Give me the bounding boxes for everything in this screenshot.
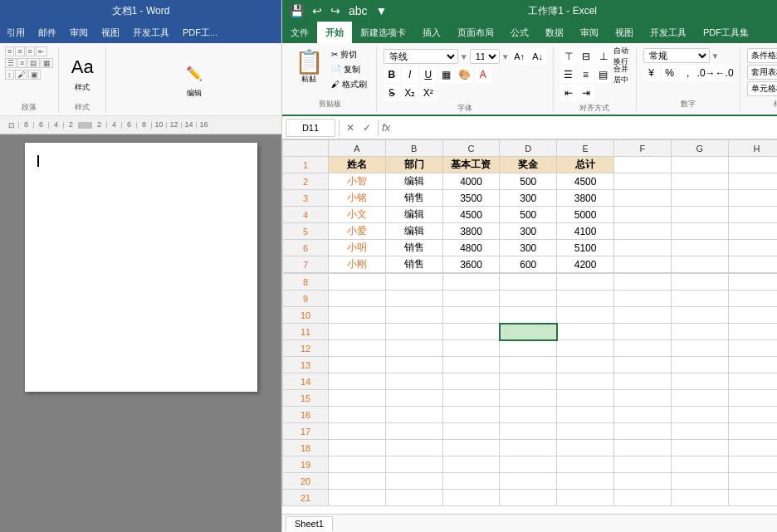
cell-F8[interactable]: [613, 274, 671, 290]
cell-H15[interactable]: [728, 390, 777, 407]
cell-b1[interactable]: 部门: [385, 157, 442, 173]
cell-e3[interactable]: 3800: [557, 190, 614, 207]
cell-c4[interactable]: 4500: [442, 207, 500, 223]
row-header-13[interactable]: 13: [283, 357, 329, 373]
excel-tab-view[interactable]: 视图: [607, 22, 642, 43]
cell-H9[interactable]: [728, 290, 777, 307]
cell-e2[interactable]: 4500: [557, 173, 614, 190]
cell-f2[interactable]: [613, 173, 671, 190]
row-header-6[interactable]: 6: [283, 240, 329, 256]
row-header-18[interactable]: 18: [283, 440, 329, 456]
word-list-btn2[interactable]: ≡: [15, 46, 24, 56]
cell-C15[interactable]: [442, 390, 500, 407]
cell-H11[interactable]: [728, 324, 777, 340]
cell-a5[interactable]: 小爱: [329, 223, 386, 240]
cell-A19[interactable]: [329, 456, 386, 473]
cell-E17[interactable]: [557, 423, 614, 440]
cell-H20[interactable]: [728, 473, 777, 490]
word-list-btn1[interactable]: ≡: [5, 46, 14, 56]
cell-C9[interactable]: [442, 290, 500, 307]
cell-f4[interactable]: [613, 207, 671, 223]
right-align-btn[interactable]: ▤: [595, 66, 612, 83]
cell-a3[interactable]: 小铭: [329, 190, 386, 207]
copy-button[interactable]: 📄 复制: [329, 63, 369, 76]
top-align-btn[interactable]: ⊤: [560, 48, 577, 65]
cell-E21[interactable]: [557, 490, 614, 506]
font-increase-btn[interactable]: A↑: [511, 48, 528, 65]
word-shading[interactable]: 🖌: [15, 70, 27, 80]
cell-G17[interactable]: [671, 423, 728, 440]
cell-D18[interactable]: [500, 440, 557, 456]
excel-tab-dev[interactable]: 开发工具: [642, 22, 695, 43]
cell-A13[interactable]: [329, 357, 386, 373]
cell-A18[interactable]: [329, 440, 386, 456]
cell-g4[interactable]: [671, 207, 728, 223]
bot-align-btn[interactable]: ⊥: [595, 48, 612, 65]
cell-H16[interactable]: [728, 407, 777, 423]
cell-C13[interactable]: [442, 357, 500, 373]
word-align-left[interactable]: ☰: [5, 58, 17, 68]
cell-G16[interactable]: [671, 407, 728, 423]
word-tab-yinyong[interactable]: 引用: [0, 22, 32, 43]
row-header-20[interactable]: 20: [283, 473, 329, 490]
cell-H12[interactable]: [728, 340, 777, 357]
col-header-g[interactable]: G: [671, 140, 728, 157]
format-painter-button[interactable]: 🖌 格式刷: [329, 78, 369, 91]
word-tab-pdf[interactable]: PDF工...: [176, 22, 224, 43]
cell-A16[interactable]: [329, 407, 386, 423]
font-size-select[interactable]: 11: [470, 49, 500, 64]
undo-icon[interactable]: ↩: [310, 4, 325, 17]
subscript-btn[interactable]: X₂: [402, 85, 418, 101]
qat-dropdown[interactable]: ▼: [374, 4, 390, 17]
cell-h1[interactable]: [728, 157, 777, 173]
row-header-8[interactable]: 8: [283, 274, 329, 290]
cell-B17[interactable]: [385, 423, 442, 440]
cell-E11[interactable]: [557, 324, 614, 340]
cell-F19[interactable]: [613, 456, 671, 473]
cell-g3[interactable]: [671, 190, 728, 207]
word-align-center[interactable]: ≡: [17, 58, 27, 68]
border-btn[interactable]: ▦: [438, 66, 455, 83]
format-as-table-btn[interactable]: 套用表格格式 ▼: [747, 65, 777, 80]
cell-B14[interactable]: [385, 373, 442, 390]
cell-g5[interactable]: [671, 223, 728, 240]
row-header-11[interactable]: 11: [283, 324, 329, 340]
left-align-btn[interactable]: ☰: [560, 66, 577, 83]
cell-G18[interactable]: [671, 440, 728, 456]
cell-G14[interactable]: [671, 373, 728, 390]
comma-btn[interactable]: ,: [680, 65, 696, 81]
cell-D21[interactable]: [500, 490, 557, 506]
col-header-d[interactable]: D: [500, 140, 557, 157]
cell-G11[interactable]: [671, 324, 728, 340]
cell-E19[interactable]: [557, 456, 614, 473]
cell-e6[interactable]: 5100: [557, 240, 614, 256]
cell-E14[interactable]: [557, 373, 614, 390]
num-format-dropdown[interactable]: ▼: [711, 51, 720, 61]
cell-E18[interactable]: [557, 440, 614, 456]
cell-B20[interactable]: [385, 473, 442, 490]
num-format-select[interactable]: 常规: [643, 48, 710, 63]
font-name-dropdown[interactable]: ▼: [460, 52, 468, 61]
cell-B19[interactable]: [385, 456, 442, 473]
col-header-f[interactable]: F: [613, 140, 671, 157]
confirm-formula-btn[interactable]: ✓: [359, 120, 374, 135]
cell-g6[interactable]: [671, 240, 728, 256]
cell-E10[interactable]: [557, 307, 614, 324]
cell-b6[interactable]: 销售: [385, 240, 442, 256]
cell-F20[interactable]: [613, 473, 671, 490]
word-tab-youjian[interactable]: 邮件: [32, 22, 63, 43]
cell-c7[interactable]: 3600: [442, 256, 500, 273]
cell-E8[interactable]: [557, 274, 614, 290]
cell-H19[interactable]: [728, 456, 777, 473]
cell-D20[interactable]: [500, 473, 557, 490]
cell-B9[interactable]: [385, 290, 442, 307]
strikethrough-btn[interactable]: S̶: [384, 85, 400, 101]
cell-c3[interactable]: 3500: [442, 190, 500, 207]
row-header-21[interactable]: 21: [283, 490, 329, 506]
cell-A12[interactable]: [329, 340, 386, 357]
cell-D11[interactable]: [500, 324, 557, 340]
cell-A8[interactable]: [329, 274, 386, 290]
cell-H21[interactable]: [728, 490, 777, 506]
word-tab-shenyu[interactable]: 审阅: [63, 22, 95, 43]
excel-tab-file[interactable]: 文件: [282, 22, 317, 43]
